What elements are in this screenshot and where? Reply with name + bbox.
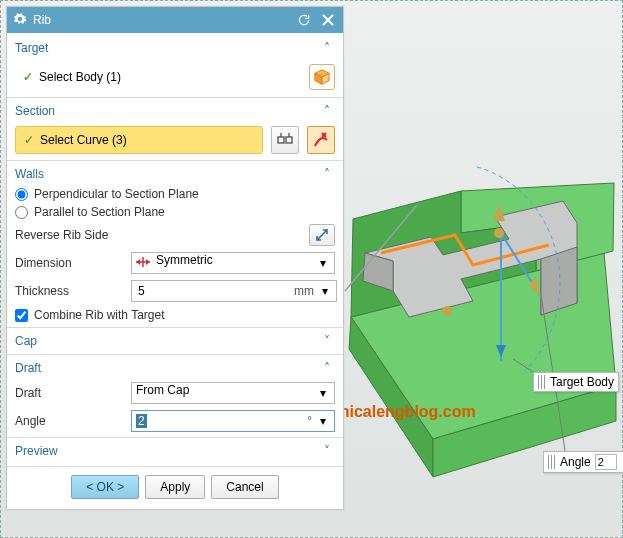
- radio-parallel[interactable]: Parallel to Section Plane: [15, 203, 335, 221]
- check-icon: ✓: [24, 133, 34, 147]
- angle-unit: °: [303, 414, 316, 428]
- button-bar: < OK > Apply Cancel: [7, 466, 343, 509]
- svg-marker-34: [146, 259, 150, 265]
- target-body-callout[interactable]: Target Body: [533, 372, 619, 392]
- section-title: Draft: [15, 361, 319, 375]
- svg-point-13: [442, 306, 452, 316]
- symmetric-icon: [136, 256, 150, 270]
- draft-label: Draft: [15, 386, 125, 400]
- section-header-draft[interactable]: Draft ˄: [15, 357, 335, 379]
- section-title: Section: [15, 104, 319, 118]
- svg-marker-33: [136, 259, 140, 265]
- dimension-value: Symmetric: [156, 253, 316, 273]
- section-title: Walls: [15, 167, 319, 181]
- dropdown-icon[interactable]: ▾: [318, 284, 332, 298]
- radio-perpendicular-input[interactable]: [15, 188, 28, 201]
- combine-checkbox[interactable]: Combine Rib with Target: [15, 305, 335, 325]
- angle-callout-label: Angle: [560, 455, 591, 469]
- sketch-region-icon[interactable]: [271, 126, 299, 154]
- chevron-down-icon: ˅: [319, 334, 335, 348]
- dimension-select[interactable]: Symmetric ▾: [131, 252, 335, 274]
- svg-rect-25: [286, 137, 292, 143]
- svg-marker-8: [541, 247, 577, 315]
- dropdown-icon[interactable]: ▾: [316, 256, 330, 270]
- select-curve-label: Select Curve (3): [40, 133, 127, 147]
- section-header-walls[interactable]: Walls ˄: [15, 163, 335, 185]
- chevron-up-icon: ˄: [319, 361, 335, 375]
- reverse-rib-label: Reverse Rib Side: [15, 228, 303, 242]
- reverse-button[interactable]: [309, 224, 335, 246]
- dimension-label: Dimension: [15, 256, 125, 270]
- radio-label: Perpendicular to Section Plane: [34, 187, 199, 201]
- radio-parallel-input[interactable]: [15, 206, 28, 219]
- angle-field[interactable]: 2 ° ▾: [131, 410, 335, 432]
- grip-icon: [548, 455, 556, 469]
- chevron-up-icon: ˄: [319, 104, 335, 118]
- grip-icon: [538, 375, 546, 389]
- svg-line-30: [317, 230, 327, 240]
- section-title: Cap: [15, 334, 319, 348]
- chevron-down-icon: ˅: [319, 444, 335, 458]
- thickness-input[interactable]: [136, 281, 290, 301]
- angle-callout[interactable]: Angle ▾: [543, 451, 623, 473]
- combine-label: Combine Rib with Target: [34, 308, 165, 322]
- svg-point-14: [494, 228, 504, 238]
- cancel-button[interactable]: Cancel: [211, 475, 278, 499]
- reset-icon[interactable]: [295, 11, 313, 29]
- section-header-preview[interactable]: Preview ˅: [15, 440, 335, 462]
- thickness-field[interactable]: mm ▾: [131, 280, 337, 302]
- svg-rect-24: [278, 137, 284, 143]
- chevron-up-icon: ˄: [319, 167, 335, 181]
- draft-select[interactable]: From Cap ▾: [131, 382, 335, 404]
- dialog-titlebar[interactable]: Rib: [7, 7, 343, 33]
- section-header-cap[interactable]: Cap ˅: [15, 330, 335, 352]
- combine-checkbox-input[interactable]: [15, 309, 28, 322]
- check-icon: ✓: [23, 70, 33, 84]
- dropdown-icon[interactable]: ▾: [316, 414, 330, 428]
- section-header-target[interactable]: Target ˄: [15, 37, 335, 59]
- draft-value: From Cap: [136, 383, 316, 403]
- chevron-up-icon: ˄: [319, 41, 335, 55]
- curve-rule-icon[interactable]: [307, 126, 335, 154]
- thickness-label: Thickness: [15, 284, 125, 298]
- radio-label: Parallel to Section Plane: [34, 205, 165, 219]
- dialog-title: Rib: [33, 13, 289, 27]
- angle-input[interactable]: 2: [136, 414, 147, 428]
- close-icon[interactable]: [319, 11, 337, 29]
- section-title: Target: [15, 41, 319, 55]
- gear-icon: [13, 12, 27, 29]
- cube-icon[interactable]: [309, 64, 335, 90]
- angle-label: Angle: [15, 414, 125, 428]
- section-header-section[interactable]: Section ˄: [15, 100, 335, 122]
- rib-dialog: Rib Target ˄ ✓ Select Body (1): [6, 6, 344, 510]
- target-body-callout-label: Target Body: [550, 375, 614, 389]
- select-body-row[interactable]: ✓ Select Body (1): [15, 63, 301, 91]
- ok-button[interactable]: < OK >: [71, 475, 139, 499]
- dropdown-icon[interactable]: ▾: [316, 386, 330, 400]
- thickness-unit: mm: [290, 284, 318, 298]
- radio-perpendicular[interactable]: Perpendicular to Section Plane: [15, 185, 335, 203]
- angle-callout-input[interactable]: [595, 454, 617, 470]
- select-body-label: Select Body (1): [39, 70, 121, 84]
- select-curve-row[interactable]: ✓ Select Curve (3): [15, 126, 263, 154]
- apply-button[interactable]: Apply: [145, 475, 205, 499]
- section-title: Preview: [15, 444, 319, 458]
